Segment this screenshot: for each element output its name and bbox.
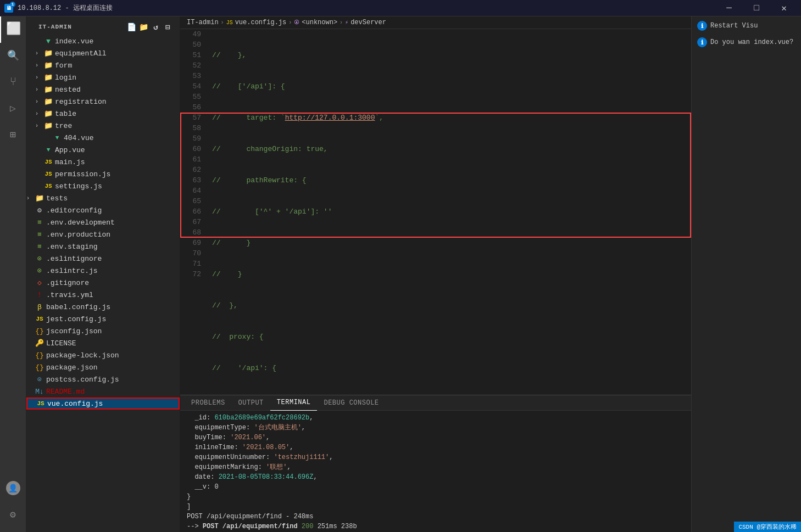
activity-avatar[interactable]: 👤 <box>0 475 26 501</box>
tree-item-pkg[interactable]: {} package.json <box>26 361 180 373</box>
collapse-button[interactable]: ⊟ <box>163 22 173 32</box>
vue-icon: ▼ <box>44 145 53 154</box>
status-bar: CSDN @穿西装的水稀 <box>734 522 801 532</box>
maximize-button[interactable]: □ <box>744 0 769 16</box>
eslint-icon: ⊙ <box>35 266 44 275</box>
tree-item-env-dev[interactable]: ≡ .env.development <box>26 216 180 228</box>
terminal-line-8: __v: 0 <box>187 482 685 492</box>
breadcrumb-js-icon: JS <box>226 20 233 26</box>
code-editor[interactable]: 49 50 51 52 53 54 55 56 57 58 59 60 61 6… <box>180 29 691 395</box>
tree-item-permissionjs[interactable]: JS permission.js <box>26 168 180 180</box>
info-text-restart: Restart Visu <box>710 22 758 30</box>
window-controls: ─ □ ✕ <box>716 0 797 16</box>
code-line-56: // } <box>212 269 691 279</box>
terminal-line-1: _id: 610ba2689e69af62fc28692b, <box>187 413 685 423</box>
tree-item-eslintrc[interactable]: ⊙ .eslintrc.js <box>26 265 180 277</box>
activity-git[interactable]: ⑂ <box>0 69 26 96</box>
vue-icon: ▼ <box>53 133 62 142</box>
expand-arrow: › <box>35 63 44 69</box>
activity-extensions[interactable]: ⊞ <box>0 122 26 148</box>
info-item-restart[interactable]: ℹ Restart Visu <box>694 19 799 33</box>
tree-item-pkglock[interactable]: {} package-lock.json <box>26 349 180 361</box>
tree-item-jsconfig[interactable]: {} jsconfig.json <box>26 325 180 337</box>
breadcrumb-sep1: › <box>221 20 224 26</box>
sidebar-title: IT-ADMIN <box>38 24 72 30</box>
breadcrumb-sep3: › <box>340 20 343 26</box>
terminal-line-6: equipmentMarking: '联想', <box>187 462 685 472</box>
terminal-content: _id: 610ba2689e69af62fc28692b, equipment… <box>180 411 691 532</box>
js-icon: JS <box>44 158 53 166</box>
tab-problems[interactable]: PROBLEMS <box>185 395 232 411</box>
tree-item-table[interactable]: › 📁 table <box>26 108 180 120</box>
tree-item-tree[interactable]: › 📁 tree <box>26 120 180 132</box>
notification-badge: 1 <box>10 2 15 7</box>
tree-item-gitignore[interactable]: ◇ .gitignore <box>26 277 180 289</box>
extensions-icon: ⊞ <box>10 130 16 140</box>
folder-icon: 📁 <box>35 194 44 203</box>
tree-item-login[interactable]: › 📁 login <box>26 71 180 83</box>
code-line-50: // ['/api']: { <box>212 81 691 92</box>
breadcrumb-unknown-icon: ⦿ <box>294 19 299 26</box>
search-icon: 🔍 <box>7 51 19 61</box>
tree-item-babelconfig[interactable]: β babel.config.js <box>26 301 180 313</box>
tree-item-editorconfig[interactable]: ⚙ .editorconfig <box>26 204 180 216</box>
json-icon: {} <box>35 351 44 360</box>
tree-item-env-prod[interactable]: ≡ .env.production <box>26 228 180 240</box>
md-icon: M↓ <box>35 387 44 396</box>
run-icon: ▷ <box>10 104 16 114</box>
tree-item-jestconfig[interactable]: JS jest.config.js <box>26 313 180 325</box>
js-icon: JS <box>36 399 45 408</box>
env-icon: ≡ <box>35 242 44 251</box>
git-icon: ◇ <box>35 278 44 287</box>
tree-item-equipmentall[interactable]: › 📁 equipmentAll <box>26 47 180 59</box>
license-icon: 🔑 <box>35 339 44 348</box>
tree-item-travisyml[interactable]: ! .travis.yml <box>26 289 180 301</box>
code-line-52: // changeOrigin: true, <box>212 144 691 154</box>
close-button[interactable]: ✕ <box>771 0 797 16</box>
terminal-tabs: PROBLEMS OUTPUT TERMINAL DEBUG CONSOLE <box>180 395 691 411</box>
new-file-button[interactable]: 📄 <box>127 22 137 32</box>
breadcrumb-sep2: › <box>288 20 292 26</box>
code-line-51: // target: `http://127.0.0.1:3000`, <box>212 113 691 123</box>
refresh-button[interactable]: ↺ <box>151 22 161 32</box>
folder-icon: 📁 <box>44 49 53 58</box>
sidebar-header: IT-ADMIN 📄 📁 ↺ ⊟ <box>26 16 180 35</box>
tree-item-appvue[interactable]: ▼ App.vue <box>26 144 180 156</box>
tree-item-readme[interactable]: M↓ README.md <box>26 385 180 397</box>
tree-item-mainjs[interactable]: JS main.js <box>26 156 180 168</box>
activity-explorer[interactable]: ⬜ <box>0 16 26 43</box>
tree-item-nested[interactable]: › 📁 nested <box>26 83 180 96</box>
tree-item-env-staging[interactable]: ≡ .env.staging <box>26 240 180 253</box>
eslint-icon: ⊙ <box>35 254 44 263</box>
breadcrumb-vueconfig: vue.config.js <box>235 19 287 26</box>
tree-item-index[interactable]: ▼ index.vue <box>26 35 180 47</box>
tab-debug-console[interactable]: DEBUG CONSOLE <box>317 395 385 411</box>
tree-item-registration[interactable]: › 📁 registration <box>26 96 180 108</box>
env-icon: ≡ <box>35 218 44 227</box>
activity-bar: ⬜ 🔍 ⑂ ▷ ⊞ 👤 ⚙ <box>0 16 26 532</box>
tab-terminal[interactable]: TERMINAL <box>270 395 318 411</box>
tree-item-form[interactable]: › 📁 form <box>26 59 180 71</box>
activity-settings[interactable]: ⚙ <box>0 501 26 528</box>
expand-arrow: › <box>35 51 44 57</box>
terminal-line-post2: --> POST /api/equipment/find 200 251ms 2… <box>187 522 685 531</box>
terminal-line-3: buyTime: '2021.06', <box>187 433 685 443</box>
tree-item-404[interactable]: ▼ 404.vue <box>26 132 180 144</box>
tree-item-postcss[interactable]: ⊙ postcss.config.js <box>26 373 180 385</box>
tree-item-vueconfig[interactable]: JS vue.config.js <box>26 397 180 410</box>
breadcrumb-devserver-icon: ⚡ <box>345 19 348 26</box>
tree-item-eslintignore[interactable]: ⊙ .eslintignore <box>26 253 180 265</box>
new-folder-button[interactable]: 📁 <box>139 22 149 32</box>
tree-item-settingsjs[interactable]: JS settings.js <box>26 180 180 192</box>
expand-arrow: › <box>35 123 44 129</box>
editor-container: IT-admin › JS vue.config.js › ⦿ <unknown… <box>180 16 691 532</box>
activity-search[interactable]: 🔍 <box>0 43 26 69</box>
folder-icon: 📁 <box>44 109 53 118</box>
tree-item-license[interactable]: 🔑 LICENSE <box>26 337 180 349</box>
minimize-button[interactable]: ─ <box>716 0 742 16</box>
tab-output[interactable]: OUTPUT <box>232 395 270 411</box>
activity-run[interactable]: ▷ <box>0 96 26 122</box>
tree-item-tests[interactable]: › 📁 tests <box>26 192 180 204</box>
breadcrumb: IT-admin › JS vue.config.js › ⦿ <unknown… <box>180 16 691 29</box>
info-item-doyouwan[interactable]: ℹ Do you wan index.vue? <box>694 35 799 49</box>
